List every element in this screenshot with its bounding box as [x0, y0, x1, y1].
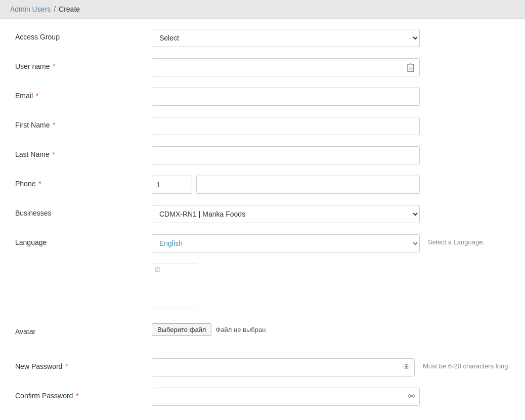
file-upload-button[interactable]: Выберите файл [152, 323, 211, 336]
confirm-password-eye-icon[interactable]: 👁 [408, 392, 416, 401]
confirm-password-control: 👁 [152, 388, 420, 406]
new-password-label: New Password * [15, 358, 152, 370]
phone-control [152, 176, 420, 194]
user-name-control: 📋 [152, 58, 420, 76]
last-name-input[interactable] [152, 146, 420, 164]
first-name-input[interactable] [152, 117, 420, 135]
last-name-control [152, 146, 420, 164]
avatar-image-box: 🖼 [152, 264, 197, 309]
last-name-row: Last Name * [15, 146, 510, 165]
new-password-eye-icon[interactable]: 👁 [403, 363, 411, 372]
email-label: Email * [15, 88, 152, 100]
new-password-row: New Password * 👁 Must be 6-20 characters… [15, 358, 510, 377]
file-upload-row: Выберите файл Файл не выбран [152, 323, 266, 336]
language-select[interactable]: English [152, 234, 420, 253]
avatar-upload-control: Выберите файл Файл не выбран [152, 323, 420, 336]
user-name-label: User name * [15, 58, 152, 70]
phone-row: Phone * [15, 176, 510, 195]
new-password-input[interactable] [152, 358, 415, 376]
create-admin-user-form: Access Group Select User name * 📋 E [0, 19, 525, 420]
user-name-icon: 📋 [406, 63, 416, 72]
avatar-row: 🖼 [15, 264, 510, 313]
breadcrumb: Admin Users / Create [0, 0, 525, 19]
user-name-input[interactable] [152, 58, 420, 76]
first-name-control [152, 117, 420, 135]
breadcrumb-current: Create [59, 5, 80, 13]
avatar-field-label: Avatar [15, 323, 152, 335]
new-password-hint: Must be 6-20 characters long. [423, 358, 510, 370]
confirm-password-input-wrapper: 👁 [152, 388, 420, 406]
avatar-upload-row: Avatar Выберите файл Файл не выбран [15, 323, 510, 343]
new-password-control: 👁 [152, 358, 415, 376]
email-row: Email * [15, 88, 510, 107]
phone-number-input[interactable] [196, 176, 420, 194]
phone-country-input[interactable] [152, 176, 192, 194]
businesses-row: Businesses CDMX-RN1 | Manka Foods [15, 205, 510, 224]
language-label: Language [15, 234, 152, 246]
avatar-control: 🖼 [152, 264, 197, 313]
email-control [152, 88, 420, 106]
first-name-row: First Name * [15, 117, 510, 136]
language-hint: Select a Language. [428, 234, 485, 246]
avatar-label [15, 264, 152, 268]
access-group-label: Access Group [15, 29, 152, 41]
file-no-selected-text: Файл не выбран [215, 326, 266, 333]
businesses-select[interactable]: CDMX-RN1 | Manka Foods [152, 205, 420, 223]
confirm-password-input[interactable] [152, 388, 420, 406]
last-name-label: Last Name * [15, 146, 152, 158]
language-control: English [152, 234, 420, 253]
businesses-label: Businesses [15, 205, 152, 217]
access-group-control: Select [152, 29, 420, 47]
breadcrumb-link[interactable]: Admin Users [10, 5, 51, 13]
confirm-password-row: Confirm Password * 👁 [15, 388, 510, 407]
businesses-control: CDMX-RN1 | Manka Foods [152, 205, 420, 223]
email-input[interactable] [152, 88, 420, 106]
access-group-row: Access Group Select [15, 29, 510, 48]
breadcrumb-separator: / [54, 5, 56, 13]
form-divider [15, 353, 510, 353]
user-name-input-wrapper: 📋 [152, 58, 420, 76]
avatar-broken-image-icon: 🖼 [154, 266, 160, 273]
access-group-select[interactable]: Select [152, 29, 420, 47]
new-password-input-wrapper: 👁 [152, 358, 415, 376]
language-row: Language English Select a Language. [15, 234, 510, 254]
first-name-label: First Name * [15, 117, 152, 129]
confirm-password-label: Confirm Password * [15, 388, 152, 400]
phone-label: Phone * [15, 176, 152, 188]
user-name-row: User name * 📋 [15, 58, 510, 77]
